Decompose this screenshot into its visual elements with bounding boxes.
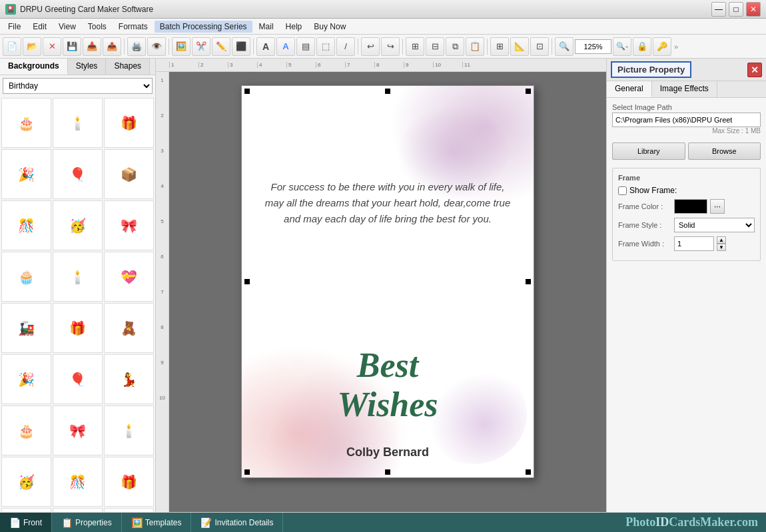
menu-formats[interactable]: Formats <box>113 21 153 33</box>
export-button[interactable]: 📤 <box>103 37 121 56</box>
handle-tr[interactable] <box>526 89 531 94</box>
list-item[interactable]: 🎂 <box>104 508 154 512</box>
list-item[interactable]: 🎊 <box>1 200 51 250</box>
browse-button[interactable]: Browse <box>688 142 761 160</box>
shape-button[interactable]: ⬛ <box>232 37 250 56</box>
text-button[interactable]: A <box>256 37 275 56</box>
menu-mail[interactable]: Mail <box>254 21 279 33</box>
close-button[interactable]: ✕ <box>746 2 761 17</box>
frame-color-box[interactable] <box>674 199 707 214</box>
key-button[interactable]: 🔑 <box>653 37 671 56</box>
group-button[interactable]: ⊟ <box>426 37 444 56</box>
tab-shapes[interactable]: Shapes <box>106 59 150 75</box>
menu-batch[interactable]: Batch Processing Series <box>155 21 252 33</box>
list-item[interactable]: 🎊 <box>53 457 103 507</box>
line-button[interactable]: / <box>336 37 355 56</box>
paste-button[interactable]: 📋 <box>466 37 484 56</box>
align-button[interactable]: ⊞ <box>406 37 424 56</box>
preview-button[interactable]: 👁️ <box>147 37 166 56</box>
zoom-out-button[interactable]: 🔍- <box>613 37 631 56</box>
menu-tools[interactable]: Tools <box>83 21 112 33</box>
open-button[interactable]: 📂 <box>23 37 41 56</box>
show-frame-checkbox[interactable] <box>618 186 627 195</box>
list-item[interactable]: 🕯️ <box>53 98 103 148</box>
frame-width-up[interactable]: ▲ <box>717 236 726 244</box>
list-item[interactable]: 🎉 <box>1 149 51 199</box>
list-item[interactable]: 🧁 <box>1 252 51 302</box>
crop-button[interactable]: ✂️ <box>192 37 210 56</box>
tab-properties[interactable]: 📋 Properties <box>52 513 122 532</box>
list-item[interactable]: 🕯️ <box>104 405 154 455</box>
list-item[interactable]: 🎀 <box>104 200 154 250</box>
handle-ml[interactable] <box>244 279 250 284</box>
frame-width-spinner[interactable]: ▲ ▼ <box>717 236 726 251</box>
list-item[interactable]: 💃 <box>104 354 154 404</box>
menu-view[interactable]: View <box>53 21 81 33</box>
save-as-button[interactable]: 📥 <box>83 37 101 56</box>
list-item[interactable]: 🥳 <box>53 200 103 250</box>
handle-tm[interactable] <box>385 89 390 94</box>
tab-backgrounds[interactable]: Backgrounds <box>0 59 68 75</box>
list-item[interactable]: 🕯️ <box>53 252 103 302</box>
list-item[interactable]: 🎀 <box>53 405 103 455</box>
close-doc-button[interactable]: ✕ <box>43 37 61 56</box>
tab-general[interactable]: General <box>607 81 652 97</box>
list-item[interactable]: 📦 <box>104 149 154 199</box>
new-button[interactable]: 📄 <box>3 37 21 56</box>
window-controls[interactable]: — □ ✕ <box>711 2 761 17</box>
list-item[interactable]: 🎁 <box>104 457 154 507</box>
frame-color-picker-button[interactable]: ··· <box>710 199 725 214</box>
tab-image-effects[interactable]: Image Effects <box>652 81 717 97</box>
list-item[interactable]: 🥂 <box>53 508 103 512</box>
lock-button[interactable]: 🔒 <box>633 37 651 56</box>
menu-file[interactable]: File <box>3 21 26 33</box>
menu-buynow[interactable]: Buy Now <box>308 21 351 33</box>
undo-button[interactable]: ↩ <box>361 37 380 56</box>
tab-templates[interactable]: 🖼️ Templates <box>122 513 192 532</box>
frame-width-input[interactable] <box>674 236 714 251</box>
menu-help[interactable]: Help <box>280 21 308 33</box>
close-right-panel-button[interactable]: ✕ <box>747 63 762 77</box>
menu-edit[interactable]: Edit <box>27 21 52 33</box>
snap-button[interactable]: ⊡ <box>530 37 549 56</box>
draw-button[interactable]: ✏️ <box>212 37 230 56</box>
list-item[interactable]: 🎂 <box>1 98 51 148</box>
list-item[interactable]: 🥳 <box>1 457 51 507</box>
handle-mr[interactable] <box>526 279 531 284</box>
category-dropdown[interactable]: Birthday Anniversary Christmas New Year … <box>3 78 153 94</box>
minimize-button[interactable]: — <box>711 2 726 17</box>
list-item[interactable]: 🎉 <box>1 354 51 404</box>
handle-bm[interactable] <box>385 469 390 475</box>
save-button[interactable]: 💾 <box>63 37 81 56</box>
grid-button[interactable]: ⊞ <box>490 37 509 56</box>
wordart-button[interactable]: A <box>276 37 295 56</box>
list-item[interactable]: 🧸 <box>104 303 154 353</box>
frame-style-select[interactable]: Solid Dashed Dotted Double <box>674 218 755 232</box>
handle-br[interactable] <box>526 469 531 475</box>
handle-bl[interactable] <box>244 469 250 475</box>
list-item[interactable]: 🚂 <box>1 303 51 353</box>
zoom-in-button[interactable]: 🔍 <box>555 37 574 56</box>
zoom-input[interactable] <box>575 39 611 54</box>
list-item[interactable]: 🎁 <box>53 303 103 353</box>
list-item[interactable]: 🎈 <box>53 149 103 199</box>
print-button[interactable]: 🖨️ <box>127 37 146 56</box>
copy-button[interactable]: ⧉ <box>446 37 464 56</box>
card-canvas[interactable]: For success to be there with you in ever… <box>241 85 534 478</box>
handle-tl[interactable] <box>244 89 250 94</box>
frame-width-down[interactable]: ▼ <box>717 244 726 251</box>
list-item[interactable]: 🎁 <box>104 98 154 148</box>
image-path-input[interactable] <box>612 113 761 127</box>
tab-front[interactable]: 📄 Front <box>0 513 52 532</box>
list-item[interactable]: 💝 <box>104 252 154 302</box>
barcode-button[interactable]: ▤ <box>296 37 315 56</box>
tab-styles[interactable]: Styles <box>68 59 107 75</box>
image-button[interactable]: 🖼️ <box>172 37 191 56</box>
library-button[interactable]: Library <box>612 142 685 160</box>
redo-button[interactable]: ↪ <box>381 37 400 56</box>
list-item[interactable]: 🎂 <box>1 405 51 455</box>
maximize-button[interactable]: □ <box>729 2 743 17</box>
list-item[interactable]: 🎉 <box>1 508 51 512</box>
qr-button[interactable]: ⬚ <box>316 37 335 56</box>
list-item[interactable]: 🎈 <box>53 354 103 404</box>
